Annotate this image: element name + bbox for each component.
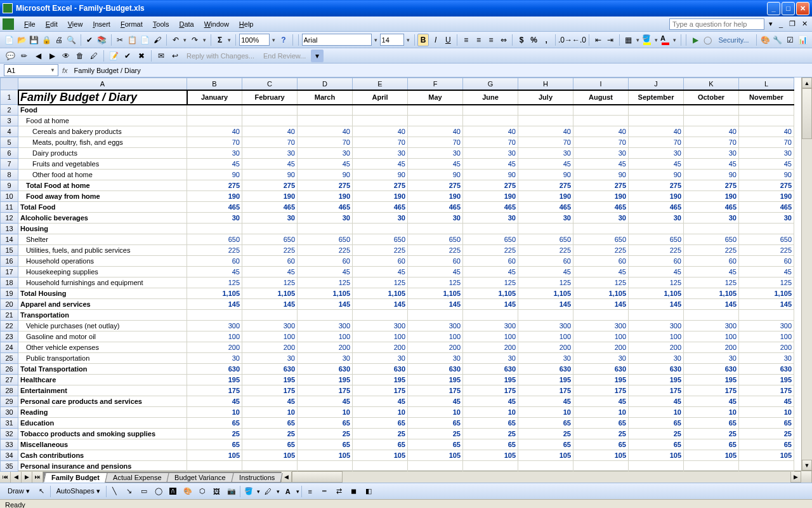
cell-L28[interactable]: 175 <box>739 385 794 396</box>
cell-H11[interactable]: 465 <box>518 202 573 213</box>
cell-F16[interactable]: 60 <box>408 256 463 267</box>
security-link[interactable]: Security... <box>714 36 752 44</box>
row-header-20[interactable]: 20 <box>1 299 18 310</box>
row-header-2[interactable]: 2 <box>1 105 18 116</box>
tool1-icon[interactable]: 🎨 <box>759 34 771 46</box>
cell-C15[interactable]: 225 <box>242 245 298 256</box>
col-header-E[interactable]: E <box>353 78 408 90</box>
cell-D13[interactable] <box>298 224 353 234</box>
row-header-32[interactable]: 32 <box>1 429 18 439</box>
cell-A29[interactable]: Personal care products and services <box>18 396 187 407</box>
cell-G13[interactable] <box>463 224 518 234</box>
cell-K34[interactable]: 105 <box>684 450 739 461</box>
shadow-icon[interactable]: ◼ <box>348 485 360 498</box>
scroll-down-icon[interactable]: ▼ <box>802 460 812 471</box>
cell-A11[interactable]: Total Food <box>18 202 187 213</box>
reject-icon[interactable]: ✖ <box>135 50 148 62</box>
draw-menu[interactable]: Draw ▾ <box>4 487 34 495</box>
cell-F30[interactable]: 10 <box>408 407 463 418</box>
cell-B7[interactable]: 45 <box>187 159 242 170</box>
cell-D16[interactable]: 60 <box>298 256 353 267</box>
cell-I24[interactable]: 200 <box>573 342 629 353</box>
col-header-D[interactable]: D <box>298 78 353 90</box>
cell-E30[interactable]: 10 <box>353 407 408 418</box>
cell-D34[interactable]: 105 <box>298 450 353 461</box>
cell-J9[interactable]: 275 <box>629 180 684 191</box>
cell-A18[interactable]: Household furnishings and equipment <box>18 277 187 288</box>
cell-A6[interactable]: Dairy products <box>18 148 187 159</box>
cell-A31[interactable]: Education <box>18 418 187 429</box>
cell-L4[interactable]: 40 <box>739 126 794 137</box>
font-color-icon[interactable]: A <box>660 34 671 46</box>
cell-I5[interactable]: 70 <box>573 137 629 148</box>
cell-B24[interactable]: 200 <box>187 342 242 353</box>
cell-I18[interactable]: 125 <box>573 277 629 288</box>
select-all-corner[interactable] <box>1 78 18 90</box>
cell-L13[interactable] <box>739 224 794 234</box>
cell-F35[interactable] <box>408 461 463 472</box>
cell-C6[interactable]: 30 <box>242 148 298 159</box>
cell-K22[interactable]: 300 <box>684 321 739 331</box>
cell-E35[interactable] <box>353 461 408 472</box>
cell-L34[interactable]: 105 <box>739 450 794 461</box>
cell-F29[interactable]: 45 <box>408 396 463 407</box>
cell-L21[interactable] <box>739 310 794 321</box>
cell-I25[interactable]: 30 <box>573 353 629 364</box>
cell-C28[interactable]: 175 <box>242 385 298 396</box>
cell-K20[interactable]: 145 <box>684 299 739 310</box>
cell-K28[interactable]: 175 <box>684 385 739 396</box>
cell-K6[interactable]: 30 <box>684 148 739 159</box>
font-dropdown-icon[interactable]: ▾ <box>373 37 379 43</box>
cell-L1[interactable]: November <box>739 90 794 105</box>
cell-K17[interactable]: 45 <box>684 267 739 277</box>
increase-decimal-icon[interactable]: .0→ <box>559 34 572 46</box>
cell-I19[interactable]: 1,105 <box>573 288 629 299</box>
cell-E4[interactable]: 40 <box>353 126 408 137</box>
cell-G12[interactable]: 30 <box>463 213 518 224</box>
cell-B26[interactable]: 630 <box>187 364 242 375</box>
menu-tools[interactable]: Tools <box>148 19 174 29</box>
cell-G23[interactable]: 100 <box>463 331 518 342</box>
cell-F31[interactable]: 65 <box>408 418 463 429</box>
scroll-up-icon[interactable]: ▲ <box>802 77 812 88</box>
cell-F7[interactable]: 45 <box>408 159 463 170</box>
cell-I15[interactable]: 225 <box>573 245 629 256</box>
cell-B16[interactable]: 60 <box>187 256 242 267</box>
col-header-C[interactable]: C <box>242 78 298 90</box>
cell-A3[interactable]: Food at home <box>18 116 187 126</box>
cell-F13[interactable] <box>408 224 463 234</box>
cell-L29[interactable]: 45 <box>739 396 794 407</box>
arrow-icon[interactable]: ↘ <box>123 485 136 498</box>
cell-L32[interactable]: 25 <box>739 429 794 439</box>
cell-B23[interactable]: 100 <box>187 331 242 342</box>
cell-J3[interactable] <box>629 116 684 126</box>
cell-C20[interactable]: 145 <box>242 299 298 310</box>
spelling-icon[interactable]: ✔ <box>84 34 95 46</box>
cell-I12[interactable]: 30 <box>573 213 629 224</box>
cell-H26[interactable]: 630 <box>518 364 573 375</box>
cell-K7[interactable]: 45 <box>684 159 739 170</box>
cell-J1[interactable]: September <box>629 90 684 105</box>
col-header-J[interactable]: J <box>629 78 684 90</box>
cell-L14[interactable]: 650 <box>739 234 794 245</box>
cell-A8[interactable]: Other food at home <box>18 170 187 180</box>
cell-I28[interactable]: 175 <box>573 385 629 396</box>
cell-H5[interactable]: 70 <box>518 137 573 148</box>
col-header-L[interactable]: L <box>739 78 794 90</box>
cell-I4[interactable]: 40 <box>573 126 629 137</box>
cell-I32[interactable]: 25 <box>573 429 629 439</box>
zoom-input[interactable] <box>239 34 270 46</box>
accept-icon[interactable]: ✔ <box>121 50 134 62</box>
cell-K10[interactable]: 190 <box>684 191 739 202</box>
cell-C27[interactable]: 195 <box>242 375 298 385</box>
cell-C1[interactable]: February <box>242 90 298 105</box>
fill-color-icon[interactable]: 🪣 <box>642 34 652 46</box>
cell-K23[interactable]: 100 <box>684 331 739 342</box>
cell-L10[interactable]: 190 <box>739 191 794 202</box>
reply-icon[interactable]: ↩ <box>169 50 181 62</box>
cell-G18[interactable]: 125 <box>463 277 518 288</box>
cell-G2[interactable] <box>463 105 518 116</box>
cell-K35[interactable] <box>684 461 739 472</box>
cell-I9[interactable]: 275 <box>573 180 629 191</box>
cell-C16[interactable]: 60 <box>242 256 298 267</box>
